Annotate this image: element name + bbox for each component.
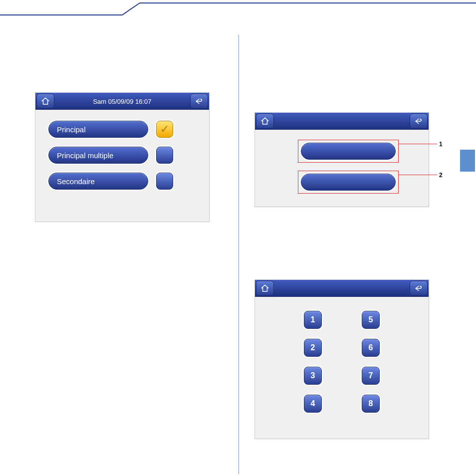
option-label: Principal multiple (57, 151, 113, 160)
vertical-separator (238, 35, 239, 474)
titlebar-datetime: Sam 05/09/09 16:07 (55, 98, 189, 105)
num-key-3[interactable]: 3 (304, 367, 322, 385)
callout-number-1: 1 (439, 141, 443, 148)
back-arrow-icon (414, 284, 423, 293)
callout-box-1 (298, 140, 399, 163)
home-button[interactable] (36, 94, 54, 109)
home-icon (41, 97, 50, 106)
num-key-5[interactable]: 5 (362, 311, 380, 329)
num-key-8[interactable]: 8 (362, 395, 380, 413)
option-button-secondaire[interactable]: Secondaire (48, 173, 148, 190)
num-key-4[interactable]: 4 (304, 395, 322, 413)
num-key-label: 4 (311, 399, 315, 408)
callout-number-2: 2 (439, 172, 443, 179)
option-row-principal: Principal ✓ (48, 121, 196, 138)
option-check-secondaire[interactable] (156, 173, 173, 190)
back-arrow-icon (414, 117, 423, 126)
num-key-2[interactable]: 2 (304, 339, 322, 357)
back-button[interactable] (190, 94, 208, 109)
num-key-label: 8 (369, 399, 373, 408)
number-grid: 1 5 2 6 3 7 4 8 (304, 311, 380, 413)
home-button[interactable] (256, 114, 274, 129)
num-key-label: 2 (311, 343, 315, 352)
num-key-label: 5 (369, 315, 373, 324)
titlebar (255, 113, 429, 130)
option-label: Secondaire (57, 177, 95, 186)
page-header-rule (0, 0, 476, 30)
option-row-secondaire: Secondaire (48, 173, 196, 190)
home-icon (260, 117, 269, 126)
callout-leader-2 (398, 175, 437, 175)
num-key-label: 6 (369, 343, 373, 352)
back-arrow-icon (195, 97, 204, 106)
num-key-label: 3 (311, 371, 315, 380)
num-key-label: 7 (369, 371, 373, 380)
home-icon (260, 284, 269, 293)
option-button-principal[interactable]: Principal (48, 121, 148, 138)
titlebar (255, 280, 429, 297)
num-key-1[interactable]: 1 (304, 311, 322, 329)
num-key-label: 1 (311, 315, 315, 324)
option-label: Principal (57, 125, 86, 134)
option-button-principal-multiple[interactable]: Principal multiple (48, 147, 148, 164)
titlebar: Sam 05/09/09 16:07 (35, 93, 209, 110)
callout-leader-1 (398, 144, 437, 144)
back-button[interactable] (410, 281, 428, 296)
callout-box-2 (298, 171, 399, 194)
screen-mode-select: Sam 05/09/09 16:07 Principal ✓ Principal… (35, 92, 210, 222)
back-button[interactable] (410, 114, 428, 129)
checkmark-icon: ✓ (160, 123, 169, 136)
num-key-7[interactable]: 7 (362, 367, 380, 385)
option-check-principal[interactable]: ✓ (156, 121, 173, 138)
screen-number-grid: 1 5 2 6 3 7 4 8 (254, 279, 429, 439)
option-row-principal-multiple: Principal multiple (48, 147, 196, 164)
section-side-tab (460, 150, 475, 172)
home-button[interactable] (256, 281, 274, 296)
screen-callouts (254, 112, 429, 207)
num-key-6[interactable]: 6 (362, 339, 380, 357)
option-check-principal-multiple[interactable] (156, 147, 173, 164)
